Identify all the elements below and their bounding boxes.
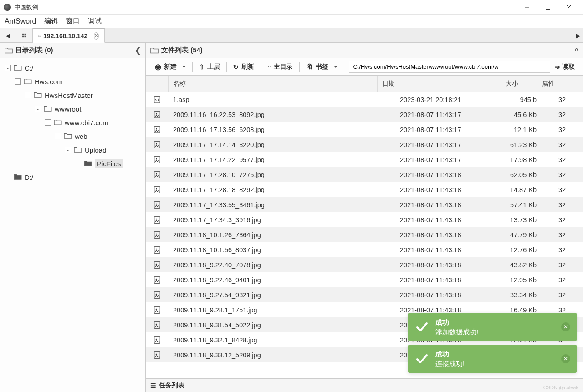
- app-icon: [4, 4, 11, 11]
- table-row[interactable]: 2009.11.18_9.22.40_7078.jpg2021-08-07 11…: [146, 257, 583, 272]
- tree-node[interactable]: -wwwroot: [5, 102, 143, 116]
- table-row[interactable]: 2009.11.16_16.22.53_8092.jpg2021-08-07 1…: [146, 107, 583, 122]
- close-window-button[interactable]: [558, 0, 579, 15]
- tree-node[interactable]: -www.cbi7.com: [5, 116, 143, 129]
- svg-point-7: [156, 113, 157, 114]
- read-button[interactable]: ➔读取: [550, 63, 579, 71]
- bookmark-button[interactable]: 🔖︎书签: [301, 61, 343, 73]
- collapse-up-icon[interactable]: ^: [574, 46, 578, 54]
- file-name: 1.asp: [169, 92, 395, 107]
- tree-node[interactable]: -Upload: [5, 143, 143, 157]
- col-name[interactable]: 名称: [169, 76, 378, 92]
- svg-point-19: [156, 203, 157, 204]
- file-size: 13.73 Kb: [482, 212, 541, 227]
- expand-toggle[interactable]: -: [5, 65, 11, 71]
- menu-window[interactable]: 窗口: [66, 17, 80, 25]
- folder-icon: [84, 160, 95, 168]
- file-attr: 32: [541, 272, 583, 287]
- expand-toggle[interactable]: -: [45, 119, 51, 126]
- toast-success: 成功连接成功! ✕: [408, 345, 577, 373]
- home-button[interactable]: ⌂主目录: [262, 61, 298, 73]
- file-pane-header[interactable]: 文件列表 (54) ^: [146, 43, 583, 58]
- folder-icon: [150, 47, 159, 53]
- tree-node[interactable]: D:/: [5, 170, 143, 184]
- file-type-icon: [146, 257, 169, 272]
- svg-point-21: [156, 218, 157, 219]
- table-row[interactable]: 2009.11.18_9.27.54_9321.jpg2021-08-07 11…: [146, 287, 583, 302]
- svg-rect-3: [22, 36, 24, 37]
- toast-close-button[interactable]: ✕: [561, 354, 570, 363]
- collapse-left-icon[interactable]: ❮: [135, 46, 141, 55]
- tree-node[interactable]: -Hws.com: [5, 75, 143, 88]
- expand-toggle[interactable]: -: [15, 78, 21, 85]
- file-date: 2021-08-07 11:43:18: [395, 182, 482, 197]
- menu-antsword[interactable]: AntSword: [5, 17, 36, 25]
- refresh-button[interactable]: ↻刷新: [228, 61, 260, 73]
- svg-point-33: [156, 308, 157, 310]
- expand-toggle[interactable]: -: [35, 106, 41, 112]
- file-attr: 32: [541, 92, 583, 107]
- menu-edit[interactable]: 编辑: [44, 17, 58, 25]
- file-pane-title: 文件列表 (54): [161, 46, 203, 55]
- file-size: 14.87 Kb: [482, 182, 541, 197]
- file-date: 2021-08-07 11:43:18: [395, 257, 482, 272]
- new-button[interactable]: ◉新建: [149, 61, 191, 73]
- table-row[interactable]: 2009.11.17_17.34.3_3916.jpg2021-08-07 11…: [146, 212, 583, 227]
- expand-toggle[interactable]: -: [55, 133, 61, 139]
- table-row[interactable]: 2009.11.17_17.14.14_3220.jpg2021-08-07 1…: [146, 137, 583, 152]
- table-row[interactable]: 2009.11.17_17.28.18_8292.jpg2021-08-07 1…: [146, 182, 583, 197]
- svg-point-13: [156, 158, 157, 159]
- svg-point-29: [156, 278, 157, 280]
- minimize-button[interactable]: [517, 0, 537, 15]
- table-row[interactable]: 2009.11.17_17.14.22_9577.jpg2021-08-07 1…: [146, 152, 583, 167]
- col-attr[interactable]: 属性: [523, 76, 573, 92]
- table-row[interactable]: 2009.11.16_17.13.56_6208.jpg2021-08-07 1…: [146, 122, 583, 137]
- folder-icon: [38, 35, 41, 37]
- menu-debug[interactable]: 调试: [88, 17, 102, 25]
- file-size: 12.1 Kb: [482, 122, 541, 137]
- task-bar[interactable]: ☰ 任务列表: [146, 378, 583, 392]
- task-title: 任务列表: [159, 382, 184, 390]
- tab-host-label: 192.168.10.142: [43, 32, 87, 40]
- directory-tree[interactable]: -C:/-Hws.com-HwsHostMaster-wwwroot-www.c…: [0, 58, 145, 392]
- up-button[interactable]: ⇧上层: [194, 61, 225, 73]
- file-date: 2021-08-07 11:43:18: [395, 287, 482, 302]
- tab-dashboard[interactable]: [16, 28, 33, 42]
- tree-node[interactable]: PicFiles: [5, 157, 143, 170]
- tab-close-icon[interactable]: ✕: [94, 32, 99, 40]
- tab-prev[interactable]: ◀: [0, 28, 16, 42]
- expand-toggle[interactable]: -: [65, 147, 71, 153]
- table-row[interactable]: 2009.11.17_17.28.10_7275.jpg2021-08-07 1…: [146, 167, 583, 182]
- file-name: 2009.11.18_9.22.46_9401.jpg: [169, 272, 395, 287]
- expand-toggle[interactable]: -: [25, 92, 31, 98]
- tree-node[interactable]: -HwsHostMaster: [5, 88, 143, 102]
- titlebar: 中国蚁剑: [0, 0, 583, 15]
- svg-rect-2: [25, 33, 26, 35]
- tree-label: wwwroot: [55, 105, 81, 113]
- table-row[interactable]: 1.asp2023-03-21 20:18:21945 b32: [146, 92, 583, 107]
- file-date: 2021-08-07 11:43:18: [395, 212, 482, 227]
- table-row[interactable]: 2009.11.18_10.1.26_7364.jpg2021-08-07 11…: [146, 227, 583, 242]
- arrow-right-icon: ➔: [555, 63, 560, 71]
- folder-icon: [44, 105, 55, 113]
- file-name: 2009.11.18_9.27.54_9321.jpg: [169, 287, 395, 302]
- watermark: CSDN @coleak: [543, 385, 578, 390]
- file-date: 2021-08-07 11:43:18: [395, 227, 482, 242]
- col-size[interactable]: 大小: [464, 76, 523, 92]
- tree-label: Upload: [85, 146, 107, 154]
- tab-next[interactable]: ▶: [573, 28, 583, 42]
- maximize-button[interactable]: [537, 0, 558, 15]
- tree-node[interactable]: -web: [5, 129, 143, 143]
- tab-host[interactable]: 192.168.10.142 ✕: [33, 28, 105, 43]
- col-date[interactable]: 日期: [378, 76, 464, 92]
- tree-node[interactable]: -C:/: [5, 61, 143, 75]
- file-type-icon: [146, 197, 169, 212]
- toast-close-button[interactable]: ✕: [561, 322, 570, 331]
- path-input[interactable]: [349, 61, 550, 73]
- file-date: 2021-08-07 11:43:18: [395, 197, 482, 212]
- sidebar-header[interactable]: 目录列表 (0) ❮: [0, 43, 145, 58]
- file-type-icon: [146, 332, 169, 347]
- table-row[interactable]: 2009.11.17_17.33.55_3461.jpg2021-08-07 1…: [146, 197, 583, 212]
- table-row[interactable]: 2009.11.18_9.22.46_9401.jpg2021-08-07 11…: [146, 272, 583, 287]
- table-row[interactable]: 2009.11.18_10.1.56_8037.jpg2021-08-07 11…: [146, 242, 583, 257]
